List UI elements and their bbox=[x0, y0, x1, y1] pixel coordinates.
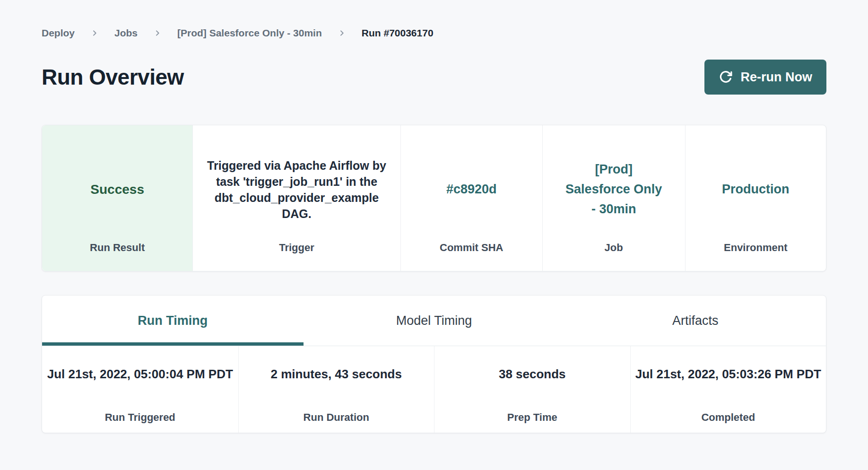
breadcrumb-deploy[interactable]: Deploy bbox=[42, 27, 75, 39]
prep-time-value: 38 seconds bbox=[499, 366, 566, 411]
breadcrumb-current-run: Run #70036170 bbox=[362, 27, 434, 39]
trigger-value: Triggered via Apache Airflow by task 'tr… bbox=[207, 157, 387, 222]
commit-sha-label: Commit SHA bbox=[401, 242, 542, 271]
completed-label: Completed bbox=[701, 411, 755, 424]
rerun-now-button[interactable]: Re-run Now bbox=[704, 60, 827, 95]
breadcrumb-jobs[interactable]: Jobs bbox=[114, 27, 138, 39]
breadcrumb: Deploy Jobs [Prod] Salesforce Only - 30m… bbox=[42, 0, 826, 39]
chevron-right-icon bbox=[338, 29, 346, 37]
run-timing-stats: Jul 21st, 2022, 05:00:04 PM PDT Run Trig… bbox=[42, 346, 826, 433]
tab-artifacts[interactable]: Artifacts bbox=[564, 296, 826, 346]
page-header: Run Overview Re-run Now bbox=[42, 60, 826, 95]
run-overview-page: Deploy Jobs [Prod] Salesforce Only - 30m… bbox=[0, 0, 868, 433]
run-duration-value: 2 minutes, 43 seconds bbox=[271, 366, 402, 411]
run-result-label: Run Result bbox=[42, 242, 192, 271]
run-triggered-label: Run Triggered bbox=[105, 411, 175, 424]
commit-sha-link[interactable]: #c8920d bbox=[446, 180, 497, 200]
job-label: Job bbox=[543, 242, 685, 271]
commit-sha-card: #c8920d Commit SHA bbox=[400, 125, 542, 271]
rerun-now-label: Re-run Now bbox=[741, 70, 813, 85]
run-summary-cards: Success Run Result Triggered via Apache … bbox=[42, 125, 826, 271]
run-triggered-value: Jul 21st, 2022, 05:00:04 PM PDT bbox=[47, 366, 233, 411]
environment-link[interactable]: Production bbox=[722, 180, 790, 200]
timing-panel: Run Timing Model Timing Artifacts Jul 21… bbox=[42, 295, 826, 433]
chevron-right-icon bbox=[91, 29, 98, 37]
job-card: [Prod] Salesforce Only - 30min Job bbox=[542, 125, 685, 271]
trigger-label: Trigger bbox=[193, 242, 400, 271]
environment-card: Production Environment bbox=[685, 125, 826, 271]
completed-cell: Jul 21st, 2022, 05:03:26 PM PDT Complete… bbox=[630, 346, 826, 433]
rotate-cw-icon bbox=[719, 70, 733, 84]
trigger-card: Triggered via Apache Airflow by task 'tr… bbox=[192, 125, 400, 271]
timing-tab-bar: Run Timing Model Timing Artifacts bbox=[42, 296, 826, 346]
run-duration-cell: 2 minutes, 43 seconds Run Duration bbox=[238, 346, 434, 433]
job-link[interactable]: [Prod] Salesforce Only - 30min bbox=[563, 160, 665, 219]
run-result-card: Success Run Result bbox=[42, 125, 192, 271]
tab-run-timing[interactable]: Run Timing bbox=[42, 296, 304, 346]
prep-time-label: Prep Time bbox=[507, 411, 557, 424]
chevron-right-icon bbox=[154, 29, 161, 37]
breadcrumb-job-name[interactable]: [Prod] Salesforce Only - 30min bbox=[177, 27, 322, 39]
tab-model-timing[interactable]: Model Timing bbox=[304, 296, 565, 346]
prep-time-cell: 38 seconds Prep Time bbox=[434, 346, 630, 433]
page-title: Run Overview bbox=[42, 64, 184, 90]
run-duration-label: Run Duration bbox=[304, 411, 369, 424]
run-triggered-cell: Jul 21st, 2022, 05:00:04 PM PDT Run Trig… bbox=[42, 346, 238, 433]
completed-value: Jul 21st, 2022, 05:03:26 PM PDT bbox=[635, 366, 821, 411]
run-result-value: Success bbox=[90, 182, 144, 197]
environment-label: Environment bbox=[686, 242, 826, 271]
